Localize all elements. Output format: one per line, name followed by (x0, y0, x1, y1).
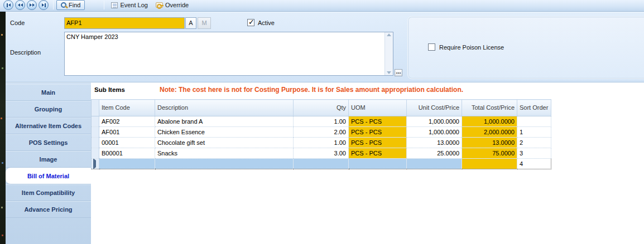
sidebar-tab-advance-pricing[interactable]: Advance Pricing (6, 201, 91, 218)
sub-items-grid: Item Code Description Qty UOM Unit Cost/… (91, 99, 551, 169)
cell-unit-cost[interactable]: 1,000.0000 (407, 127, 462, 138)
description-scrollbar[interactable] (385, 32, 393, 75)
last-record-button[interactable] (39, 0, 49, 10)
active-checkbox[interactable] (247, 19, 254, 26)
cell-total-cost[interactable]: 1,000.0000 (462, 116, 517, 127)
cell-qty[interactable]: 1.00 (294, 138, 349, 148)
current-row-arrow-icon (93, 159, 96, 169)
row-indicator-cell (92, 116, 99, 127)
cell-sort-order[interactable]: 3 (517, 148, 551, 159)
cell-description[interactable]: Snacks (155, 148, 294, 159)
cell-unit-cost[interactable]: 1,000.0000 (407, 116, 462, 127)
cell-qty[interactable] (294, 159, 349, 169)
cell-total-cost[interactable] (462, 159, 517, 169)
cell-description[interactable] (155, 159, 294, 169)
description-label: Description (10, 49, 41, 56)
description-input[interactable]: CNY Hamper 2023 (64, 32, 393, 76)
sidebar-tab-bill-of-material[interactable]: Bill of Material (6, 168, 91, 184)
sidebar-tab-main[interactable]: Main (6, 84, 91, 101)
active-label: Active (258, 19, 275, 26)
cell-item-code[interactable]: B00001 (99, 148, 155, 159)
sub-items-title: Sub Items (94, 86, 125, 93)
cell-item-code[interactable]: 00001 (99, 138, 155, 148)
cell-uom[interactable]: PCS - PCS (349, 138, 407, 148)
row-indicator-cell (92, 148, 99, 159)
cell-qty[interactable]: 1.00 (294, 116, 349, 127)
cell-description[interactable]: Chocolate gift set (155, 138, 294, 148)
item-form: Code AFP1 A M Active Description CNY Ham… (6, 12, 644, 82)
toolbar-separator (53, 1, 54, 9)
toolbar-separator (104, 1, 104, 9)
column-header-sort-order[interactable]: Sort Order (517, 100, 551, 116)
event-log-icon (111, 2, 118, 8)
sidebar-tab-alternative-item-codes[interactable]: Alternative Item Codes (6, 118, 91, 134)
description-more-button[interactable]: ... (395, 69, 402, 76)
override-button[interactable]: Override (152, 1, 193, 9)
cell-uom[interactable]: PCS - PCS (349, 127, 407, 138)
cell-unit-cost[interactable]: 13.0000 (407, 138, 462, 148)
row-indicator-cell (92, 159, 99, 169)
cell-item-code[interactable] (99, 159, 155, 169)
first-record-icon (7, 3, 8, 7)
cell-description[interactable]: Abalone brand A (155, 116, 294, 127)
cell-uom[interactable]: PCS - PCS (349, 148, 407, 159)
sub-item-row[interactable]: B00001 Snacks 3.00 PCS - PCS 25.0000 75.… (92, 148, 551, 159)
column-header-total-cost[interactable]: Total Cost/Price (462, 100, 517, 116)
first-record-button[interactable] (3, 0, 13, 10)
code-input[interactable]: AFP1 (64, 17, 185, 29)
code-m-button[interactable]: M (198, 17, 211, 29)
cell-qty[interactable]: 2.00 (294, 127, 349, 138)
grid-new-row[interactable]: 4 (92, 159, 551, 169)
toolbar: Find Event Log Override (0, 0, 644, 12)
cell-uom[interactable] (349, 159, 407, 169)
column-header-unit-cost[interactable]: Unit Cost/Price (407, 100, 462, 116)
override-label: Override (165, 2, 189, 8)
sidebar-tab-grouping[interactable]: Grouping (6, 101, 91, 118)
scroll-down-icon[interactable] (387, 71, 391, 74)
scroll-up-icon[interactable] (387, 33, 391, 36)
options-panel: Require Poison License (407, 16, 644, 79)
code-a-button[interactable]: A (185, 17, 196, 29)
column-header-uom[interactable]: UOM (349, 100, 407, 116)
cell-sort-order[interactable]: 2 (517, 138, 551, 148)
cell-sort-order[interactable] (517, 116, 551, 127)
cell-sort-order[interactable]: 4 (517, 159, 551, 169)
cell-description[interactable]: Chicken Essence (155, 127, 294, 138)
sub-item-row[interactable]: AF002 Abalone brand A 1.00 PCS - PCS 1,0… (92, 116, 551, 127)
cell-unit-cost[interactable] (407, 159, 462, 169)
costing-note: Note: The cost here is not for Costing P… (160, 86, 463, 94)
event-log-label: Event Log (120, 2, 148, 8)
row-indicator-cell (92, 127, 99, 138)
code-label: Code (10, 19, 25, 26)
column-header-item-code[interactable]: Item Code (99, 100, 155, 116)
cell-uom[interactable]: PCS - PCS (349, 116, 407, 127)
next-record-icon (30, 3, 32, 7)
row-indicator-cell (92, 138, 99, 148)
cell-sort-order[interactable]: 1 (517, 127, 551, 138)
cell-item-code[interactable]: AF002 (99, 116, 155, 127)
cell-total-cost[interactable]: 2,000.0000 (462, 127, 517, 138)
cell-unit-cost[interactable]: 25.0000 (407, 148, 462, 159)
item-maintenance-window: Find Event Log Override Code AFP1 A M Ac… (0, 0, 644, 244)
row-indicator-header (92, 100, 99, 116)
cell-total-cost[interactable]: 13.0000 (462, 138, 517, 148)
column-header-description[interactable]: Description (155, 100, 294, 116)
sidebar-tab-item-compatibility[interactable]: Item Compatibility (6, 184, 91, 201)
sidebar-tab-image[interactable]: Image (6, 151, 91, 168)
cell-total-cost[interactable]: 75.0000 (462, 148, 517, 159)
sidebar-tab-pos-settings[interactable]: POS Settings (6, 134, 91, 151)
sidebar: MainGroupingAlternative Item CodesPOS Se… (6, 82, 91, 244)
next-record-button[interactable] (27, 0, 37, 10)
find-button[interactable]: Find (56, 0, 85, 10)
column-header-qty[interactable]: Qty (294, 100, 349, 116)
grid-header-row: Item Code Description Qty UOM Unit Cost/… (92, 100, 551, 116)
sub-item-row[interactable]: 00001 Chocolate gift set 1.00 PCS - PCS … (92, 138, 551, 148)
cell-item-code[interactable]: AF001 (99, 127, 155, 138)
event-log-button[interactable]: Event Log (107, 1, 152, 9)
require-poison-license-checkbox[interactable] (428, 43, 435, 51)
sub-item-row[interactable]: AF001 Chicken Essence 2.00 PCS - PCS 1,0… (92, 127, 551, 138)
require-poison-license-label: Require Poison License (439, 44, 504, 51)
cell-qty[interactable]: 3.00 (294, 148, 349, 159)
last-record-icon (42, 3, 44, 7)
previous-record-button[interactable] (15, 0, 25, 10)
